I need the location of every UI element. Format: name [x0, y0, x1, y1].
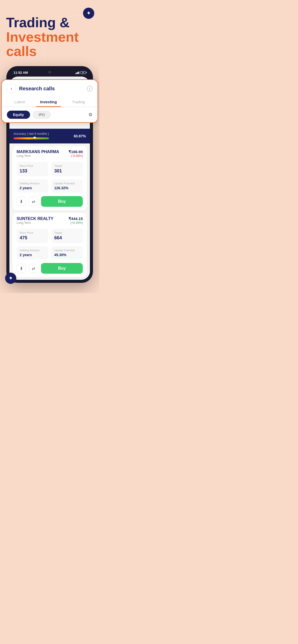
marksans-reco-label: Reco Price [20, 164, 45, 167]
marksans-holding-value: 2 years [20, 186, 45, 190]
sunteck-target-label: Target [54, 231, 80, 234]
sub-tab-equity[interactable]: Equity [7, 111, 30, 119]
sunteck-reco-cell: Reco Price 475 [17, 229, 48, 243]
sunteck-details-grid: Reco Price 475 Target 664 Holding Horizo… [17, 229, 83, 259]
battery-icon: 29 [80, 71, 86, 74]
sunteck-actions: ⬇ ⇄ Buy [17, 263, 83, 274]
sunteck-holding-value: 2 years [20, 253, 45, 257]
sunteck-upside-label: Upside Potential [54, 249, 80, 252]
marksans-buy-button[interactable]: Buy [41, 196, 83, 207]
marksans-target-value: 301 [54, 168, 80, 174]
stock-name-marksans: MARKSANS PHARMA Long Term [17, 150, 59, 161]
tab-trading[interactable]: Trading [68, 97, 89, 107]
sunteck-reco-value: 475 [20, 235, 45, 241]
stock-name-sunteck: SUNTECK REALTY Long Term [17, 216, 53, 228]
marksans-holding-cell: Holding Horizon 2 years [17, 179, 48, 193]
download-icon[interactable]: ⬇ [17, 197, 26, 206]
sunteck-target-value: 664 [54, 235, 80, 241]
back-button[interactable]: ‹ [7, 84, 16, 93]
marksans-upside-cell: Upside Potential 126.32% [51, 179, 83, 193]
marksans-reco-cell: Reco Price 133 [17, 162, 48, 176]
marksans-change: (-0.06%) [69, 154, 83, 158]
status-time: 11:52 AM [13, 71, 28, 75]
info-icon[interactable]: i [87, 86, 92, 91]
plus-badge-top-icon: ✦ [83, 8, 94, 19]
card-header: ‹ Research calls i [7, 84, 92, 93]
phone-mockup: ‹ Research calls i Latest Investing Trad… [6, 66, 93, 283]
sunteck-download-icon[interactable]: ⬇ [17, 264, 26, 273]
hero-section: Trading & Investment calls [0, 0, 99, 58]
hero-line1: Trading & [6, 15, 93, 30]
sunteck-name: SUNTECK REALTY [17, 216, 53, 221]
marksans-reco-value: 133 [20, 168, 45, 174]
sunteck-target-cell: Target 664 [51, 229, 83, 243]
marksans-holding-label: Holding Horizon [20, 182, 45, 185]
accuracy-value: 60.87% [74, 134, 86, 138]
hero-line2: Investment calls [6, 30, 93, 58]
sunteck-upside-cell: Upside Potential 45.30% [51, 246, 83, 259]
sunteck-buy-button[interactable]: Buy [41, 263, 83, 274]
sunteck-price-block: ₹444.15 (+0.26%) [69, 216, 83, 225]
plus-badge-bottom-icon: ✦ [5, 273, 16, 284]
accuracy-progress-bar [13, 137, 49, 139]
research-card-title: Research calls [19, 86, 84, 92]
marksans-target-cell: Target 301 [51, 162, 83, 176]
accuracy-section: Accuracy ( last 6 months ) 60.87% [9, 129, 90, 143]
phone-notch [48, 71, 51, 74]
tabs-row: Latest Investing Trading [2, 97, 98, 107]
marksans-price: ₹166.90 [69, 150, 83, 154]
sub-tabs-row: Equity IPO ⚙ [7, 107, 92, 122]
sunteck-holding-label: Holding Horizon [20, 249, 45, 252]
sunteck-price: ₹444.15 [69, 216, 83, 221]
marksans-upside-label: Upside Potential [54, 182, 80, 185]
marksans-details-grid: Reco Price 133 Target 301 Holding Horizo… [17, 162, 83, 193]
tab-latest[interactable]: Latest [10, 97, 29, 107]
stock-card-header-sunteck: SUNTECK REALTY Long Term ₹444.15 (+0.26%… [17, 216, 83, 228]
signal-bars-icon [75, 71, 79, 74]
sub-tab-ipo[interactable]: IPO [33, 111, 51, 119]
stock-card-sunteck: SUNTECK REALTY Long Term ₹444.15 (+0.26%… [12, 213, 87, 277]
page-wrapper: ✦ Trading & Investment calls ‹ Research … [0, 0, 99, 293]
marksans-name: MARKSANS PHARMA [17, 150, 59, 154]
status-icons: 29 [75, 71, 86, 74]
stock-card-header-marksans: MARKSANS PHARMA Long Term ₹166.90 (-0.06… [17, 150, 83, 161]
marksans-target-label: Target [54, 164, 80, 167]
filter-icon[interactable]: ⚙ [88, 112, 92, 118]
sunteck-reco-label: Reco Price [20, 231, 45, 234]
sunteck-upside-value: 45.30% [54, 253, 80, 257]
stock-card-marksans: MARKSANS PHARMA Long Term ₹166.90 (-0.06… [12, 146, 87, 210]
share-icon[interactable]: ⇄ [29, 197, 38, 206]
research-card-overlay: ‹ Research calls i Latest Investing Trad… [1, 79, 98, 123]
accuracy-label: Accuracy ( last 6 months ) [13, 132, 49, 136]
accuracy-thumb [33, 137, 36, 139]
sunteck-holding-cell: Holding Horizon 2 years [17, 246, 48, 259]
marksans-term: Long Term [17, 154, 59, 158]
marksans-actions: ⬇ ⇄ Buy [17, 196, 83, 207]
sunteck-share-icon[interactable]: ⇄ [29, 264, 38, 273]
sunteck-term: Long Term [17, 221, 53, 225]
marksans-price-block: ₹166.90 (-0.06%) [69, 150, 83, 158]
sunteck-change: (+0.26%) [69, 221, 83, 225]
marksans-upside-value: 126.32% [54, 186, 80, 190]
tab-investing[interactable]: Investing [36, 97, 61, 107]
